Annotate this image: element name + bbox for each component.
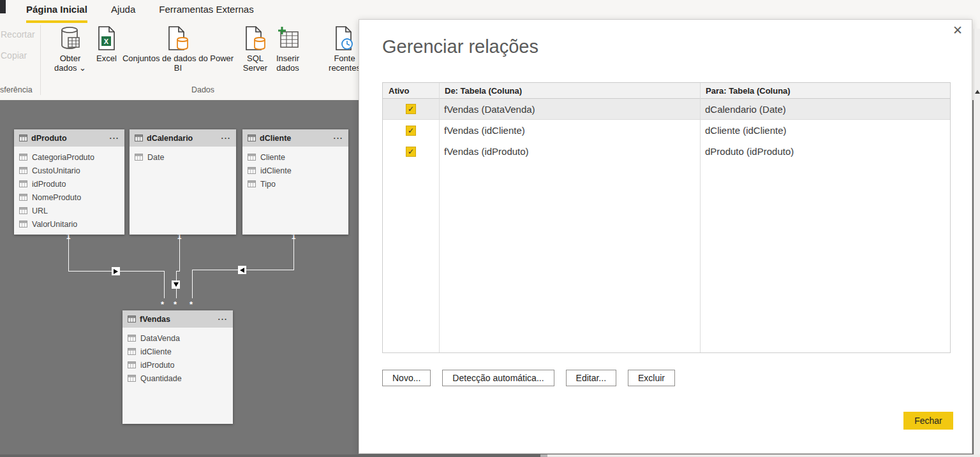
field-row[interactable]: Quantidade	[122, 372, 233, 385]
relationship-row[interactable]: ✓ fVendas (idProduto) dProduto (idProdut…	[383, 141, 950, 162]
field-name: NomeProduto	[32, 193, 81, 202]
field-name: CustoUnitario	[32, 166, 80, 175]
relationship-row[interactable]: ✓ fVendas (DataVenda) dCalendario (Date)	[383, 99, 950, 120]
field-icon	[19, 167, 27, 174]
bottom-scrollbar-thumb[interactable]	[540, 454, 547, 457]
field-row[interactable]: idProduto	[14, 177, 124, 191]
field-icon	[19, 221, 27, 228]
tab-ajuda[interactable]: Ajuda	[111, 4, 135, 23]
field-name: idProduto	[140, 361, 175, 370]
field-row[interactable]: URL	[14, 204, 124, 217]
field-row[interactable]: NomeProduto	[14, 191, 124, 204]
more-options-icon[interactable]: ···	[218, 315, 228, 324]
power-bi-dataset-icon	[166, 25, 190, 54]
field-row[interactable]: CustoUnitario	[14, 164, 124, 177]
field-list: Cliente idCliente Tipo	[242, 147, 348, 191]
table-card-header[interactable]: dProduto ···	[14, 129, 124, 147]
field-list: Date	[130, 147, 236, 164]
field-row[interactable]: idCliente	[122, 345, 233, 358]
field-name: ValorUnitario	[32, 220, 77, 229]
tab-pagina-inicial[interactable]: Página Inicial	[26, 4, 87, 23]
sql-server-label-1: SQL	[247, 54, 264, 63]
table-card-header[interactable]: dCliente ···	[242, 129, 348, 147]
group-divider	[40, 25, 41, 95]
field-name: DataVenda	[140, 334, 180, 343]
edit-button[interactable]: Editar...	[566, 370, 616, 386]
active-cell: ✓	[383, 126, 439, 136]
database-icon	[59, 25, 82, 54]
table-card-dcliente[interactable]: dCliente ··· Cliente idCliente	[242, 129, 348, 235]
field-name: Date	[147, 153, 164, 162]
table-name: dProduto	[31, 134, 67, 143]
ribbon-tabs: Página Inicial Ajuda Ferramentas Externa…	[26, 4, 254, 23]
more-options-icon[interactable]: ···	[221, 134, 232, 143]
close-icon[interactable]: ✕	[953, 24, 963, 38]
field-icon	[19, 180, 27, 187]
bottom-scrollbar-track[interactable]	[0, 454, 540, 457]
close-button[interactable]: Fechar	[903, 412, 953, 430]
scrollbar-arrow-icon[interactable]	[975, 90, 980, 94]
dialog-title: Gerenciar relações	[382, 36, 538, 57]
field-list: DataVenda idCliente idProduto Qu	[122, 328, 233, 385]
field-row[interactable]: idProduto	[122, 358, 233, 372]
field-icon	[19, 207, 27, 214]
relationships-table-header: Ativo De: Tabela (Coluna) Para: Tabela (…	[383, 83, 950, 99]
recent-sources-button[interactable]: Fonte recentes	[327, 25, 362, 73]
field-row[interactable]: ValorUnitario	[14, 217, 124, 231]
enter-data-button[interactable]: Inserir dados	[272, 25, 304, 73]
active-checkbox[interactable]: ✓	[406, 147, 416, 157]
field-row[interactable]: Date	[130, 150, 236, 164]
table-card-fvendas[interactable]: fVendas ··· DataVenda idCliente	[122, 310, 233, 424]
more-options-icon[interactable]: ···	[110, 134, 120, 143]
field-name: Quantidade	[140, 374, 182, 383]
table-icon	[128, 316, 136, 323]
get-data-label-1: Obter	[60, 54, 81, 63]
field-icon	[248, 180, 256, 187]
table-card-dcalendario[interactable]: dCalendario ··· Date	[130, 129, 236, 235]
relationship-direction-left-icon	[238, 266, 246, 274]
field-row[interactable]: DataVenda	[122, 331, 233, 345]
field-row[interactable]: idCliente	[242, 164, 348, 177]
field-row[interactable]: Tipo	[242, 177, 348, 191]
excel-label-1: Excel	[96, 54, 117, 63]
more-options-icon[interactable]: ···	[334, 134, 344, 143]
get-data-button[interactable]: Obter dados ⌄	[48, 25, 93, 73]
bottom-scrollbar-track[interactable]	[547, 454, 980, 457]
relationship-row[interactable]: ✓ fVendas (idCliente) dCliente (idClient…	[383, 120, 950, 141]
get-data-label-2: dados ⌄	[54, 63, 86, 73]
relationship-direction-right-icon	[112, 267, 120, 275]
delete-button[interactable]: Excluir	[628, 370, 675, 386]
cardinality-many-label: *	[161, 300, 164, 309]
active-cell: ✓	[383, 147, 439, 157]
table-card-dproduto[interactable]: dProduto ··· CategoriaProduto CustoUnita…	[14, 129, 124, 235]
powerbi-window: Página Inicial Ajuda Ferramentas Externa…	[0, 0, 980, 457]
recent-sources-label-1: Fonte	[334, 54, 355, 63]
table-card-header[interactable]: dCalendario ···	[130, 129, 236, 147]
cut-button[interactable]: Recortar	[1, 29, 35, 40]
power-bi-datasets-button[interactable]: Conjuntos de dados do Power BI	[117, 25, 239, 73]
dialog-actions: Novo... Detecção automática... Editar...…	[382, 370, 675, 386]
tab-ferramentas-externas[interactable]: Ferramentas Externas	[159, 4, 253, 23]
field-name: idCliente	[140, 347, 172, 356]
recent-sources-icon	[334, 25, 355, 54]
active-checkbox[interactable]: ✓	[406, 104, 416, 114]
copy-button[interactable]: Copiar	[1, 50, 27, 61]
enter-data-icon	[276, 25, 300, 54]
field-icon	[19, 154, 27, 161]
autodetect-button[interactable]: Detecção automática...	[442, 370, 554, 386]
power-bi-datasets-label-1: Conjuntos de dados do Power	[122, 54, 234, 63]
field-name: idProduto	[32, 180, 66, 189]
relationship-line	[164, 271, 165, 298]
field-row[interactable]: Cliente	[242, 150, 348, 164]
sql-server-button[interactable]: SQL Server	[239, 25, 272, 73]
relationships-table: Ativo De: Tabela (Coluna) Para: Tabela (…	[382, 82, 951, 353]
table-name: fVendas	[140, 315, 170, 324]
field-icon	[248, 154, 256, 161]
relationship-from: fVendas (idCliente)	[439, 125, 700, 136]
active-checkbox[interactable]: ✓	[406, 126, 416, 136]
new-button[interactable]: Novo...	[382, 370, 431, 386]
table-card-header[interactable]: fVendas ···	[122, 310, 233, 328]
relationship-direction-down-icon	[172, 280, 180, 289]
field-row[interactable]: CategoriaProduto	[14, 150, 124, 164]
file-menu-edge[interactable]	[0, 0, 6, 13]
